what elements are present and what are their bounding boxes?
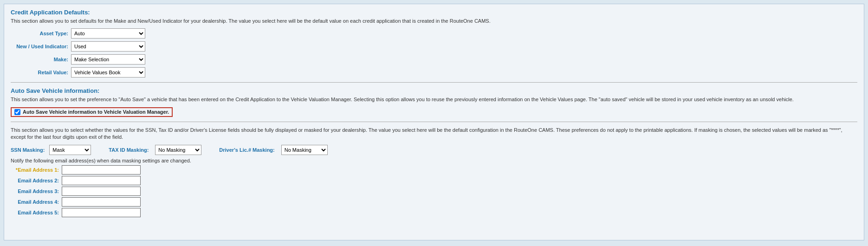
- auto-save-section: Auto Save Vehicle information: This sect…: [11, 87, 857, 117]
- asset-type-label: Asset Type:: [11, 31, 71, 36]
- asset-type-select[interactable]: Auto Motorcycle RV Boat: [71, 28, 145, 39]
- asset-type-row: Asset Type: Auto Motorcycle RV Boat: [11, 28, 857, 39]
- make-label: Make:: [11, 57, 71, 62]
- make-select[interactable]: Make Selection Ford GM Toyota Honda: [71, 54, 145, 65]
- auto-save-desc: This section allows you to set the prefe…: [11, 96, 857, 103]
- ssn-masking-select[interactable]: Mask No Masking: [49, 145, 91, 155]
- new-used-select[interactable]: Used New: [71, 41, 145, 52]
- email-label-1: *Email Address 1:: [11, 167, 62, 173]
- email-input-4[interactable]: [62, 197, 141, 207]
- email-row-3: Email Address 3:: [11, 187, 857, 196]
- email-fields-container: *Email Address 1: Email Address 2: Email…: [11, 165, 857, 217]
- email-label-4: Email Address 4:: [11, 199, 62, 205]
- credit-defaults-title: Credit Application Defaults:: [11, 9, 857, 16]
- email-input-2[interactable]: [62, 176, 141, 185]
- email-label-5: Email Address 5:: [11, 210, 62, 215]
- auto-save-checkbox-label: Auto Save Vehicle information to Vehicle…: [23, 109, 169, 115]
- email-label-3: Email Address 3:: [11, 188, 62, 194]
- email-row-5: Email Address 5:: [11, 208, 857, 217]
- make-row: Make: Make Selection Ford GM Toyota Hond…: [11, 54, 857, 65]
- retail-value-select[interactable]: Vehicle Values Book MSRP Invoice: [71, 67, 145, 78]
- new-used-label: New / Used Indicator:: [11, 44, 71, 49]
- drivers-lic-masking-label: Driver's Lic.# Masking:: [219, 147, 274, 153]
- masking-controls-row: SSN Masking: Mask No Masking TAX ID Mask…: [11, 145, 857, 155]
- retail-value-row: Retail Value: Vehicle Values Book MSRP I…: [11, 67, 857, 78]
- new-used-row: New / Used Indicator: Used New: [11, 41, 857, 52]
- auto-save-title: Auto Save Vehicle information:: [11, 87, 857, 94]
- masking-desc: This section allows you to select whethe…: [11, 127, 857, 141]
- drivers-lic-masking-select[interactable]: No Masking Mask: [281, 145, 328, 155]
- main-container: Credit Application Defaults: This sectio…: [4, 4, 864, 240]
- retail-value-label: Retail Value:: [11, 70, 71, 75]
- taxid-masking-select[interactable]: No Masking Mask: [155, 145, 201, 155]
- auto-save-checkbox-row: Auto Save Vehicle information to Vehicle…: [11, 107, 857, 117]
- email-input-1[interactable]: [62, 165, 141, 175]
- notify-text: Notify the following email address(es) w…: [11, 158, 857, 163]
- credit-defaults-desc: This section allows you to set defaults …: [11, 18, 857, 25]
- divider-1: [11, 82, 857, 83]
- auto-save-checkbox[interactable]: [14, 109, 20, 115]
- email-label-2: Email Address 2:: [11, 178, 62, 183]
- auto-save-checkbox-border: Auto Save Vehicle information to Vehicle…: [11, 107, 173, 117]
- masking-section: This section allows you to select whethe…: [11, 127, 857, 217]
- email-row-2: Email Address 2:: [11, 176, 857, 185]
- email-input-5[interactable]: [62, 208, 141, 217]
- email-row-4: Email Address 4:: [11, 197, 857, 207]
- taxid-masking-label: TAX ID Masking:: [109, 147, 149, 153]
- email-row-1: *Email Address 1:: [11, 165, 857, 175]
- ssn-masking-label: SSN Masking:: [11, 147, 45, 153]
- divider-2: [11, 122, 857, 122]
- email-input-3[interactable]: [62, 187, 141, 196]
- credit-defaults-section: Credit Application Defaults: This sectio…: [11, 9, 857, 78]
